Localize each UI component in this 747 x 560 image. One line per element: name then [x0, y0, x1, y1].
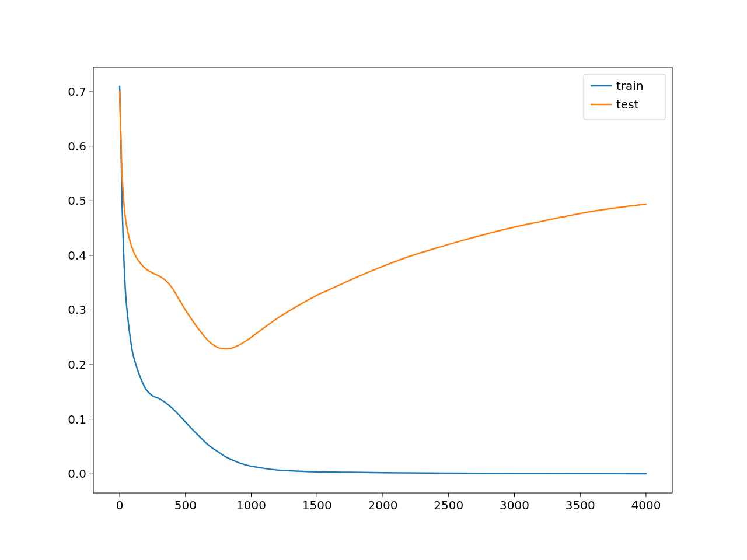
chart-container: 050010001500200025003000350040000.00.10.… [0, 0, 747, 560]
chart-svg: 050010001500200025003000350040000.00.10.… [0, 0, 747, 560]
x-tick-label: 500 [174, 498, 197, 512]
x-tick-label: 2500 [434, 498, 463, 512]
x-tick-label: 0 [116, 498, 124, 512]
y-tick-label: 0.3 [68, 303, 86, 317]
y-tick-label: 0.0 [68, 467, 86, 481]
x-tick-label: 1000 [236, 498, 266, 512]
x-tick-label: 1500 [302, 498, 332, 512]
y-tick-label: 0.1 [68, 412, 86, 426]
x-tick-label: 4000 [631, 498, 661, 512]
y-tick-label: 0.7 [68, 85, 86, 99]
y-tick-label: 0.6 [68, 139, 86, 153]
legend-label-train: train [616, 79, 644, 93]
legend-label-test: test [616, 97, 639, 111]
series-line-train [120, 86, 646, 474]
y-tick-label: 0.2 [68, 358, 86, 372]
x-tick-label: 3500 [566, 498, 595, 512]
series-line-test [120, 92, 646, 349]
x-tick-label: 2000 [368, 498, 398, 512]
plot-frame [93, 67, 672, 493]
y-tick-label: 0.5 [68, 194, 86, 208]
y-tick-label: 0.4 [68, 249, 86, 262]
x-tick-label: 3000 [500, 498, 529, 512]
